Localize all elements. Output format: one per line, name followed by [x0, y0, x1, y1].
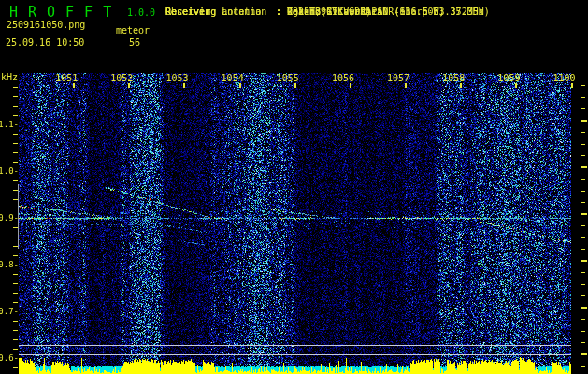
time-label-1051: 1051: [55, 74, 78, 83]
time-label-1054: 1054: [222, 74, 244, 83]
y-axis-unit-label: kHz: [1, 72, 18, 82]
app-version: 1.0.0: [127, 7, 155, 18]
time-label-1056: 1056: [332, 74, 354, 83]
time-label-1053: 1053: [165, 74, 188, 83]
hrofft-screen: HROFFT 1.0.0 2509161050.png meteor 25.09…: [0, 0, 588, 374]
freq-label-0.8: 0.8-: [0, 261, 19, 269]
freq-label-0.7: 0.7-: [0, 308, 19, 316]
freq-label-0.9: 0.9-: [0, 214, 19, 223]
echo-count: 56: [129, 37, 140, 48]
freq-label-1.0: 1.0-: [0, 167, 19, 176]
info-row: Receiving antenna:2el-HB9CV Vertical (el…: [165, 7, 445, 17]
observation-datetime: 25.09.16 10:50: [6, 37, 84, 48]
info-colon: :: [276, 7, 283, 17]
time-label-1055: 1055: [277, 74, 299, 83]
time-label-1057: 1057: [387, 74, 409, 83]
header: HROFFT 1.0.0 2509161050.png meteor 25.09…: [0, 0, 588, 70]
info-label: Receiving antenna: [165, 7, 276, 17]
freq-label-0.6: 0.6-: [0, 354, 19, 363]
time-label-1052: 1052: [110, 74, 133, 83]
time-label-1100: 1100: [553, 74, 576, 83]
time-label-1059: 1059: [497, 74, 520, 83]
info-value: 2el-HB9CV Vertical (el. E-W): [287, 7, 445, 17]
time-label-1058: 1058: [442, 74, 465, 83]
output-filename: 2509161050.png: [7, 20, 85, 30]
app-title: HROFFT: [9, 4, 122, 21]
freq-label-1.1: 1.1-: [0, 121, 19, 129]
observation-mode: meteor: [116, 25, 150, 36]
